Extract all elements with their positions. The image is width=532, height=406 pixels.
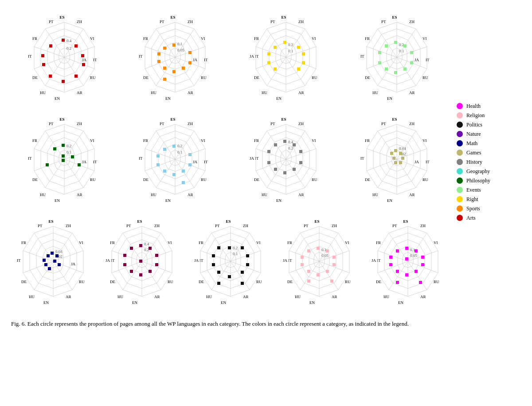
svg-rect-109	[283, 41, 286, 44]
svg-text:VI: VI	[312, 138, 316, 143]
svg-rect-110	[297, 46, 300, 49]
svg-rect-420	[246, 254, 249, 257]
svg-text:IT: IT	[204, 58, 208, 62]
chart-row-3: ES PT ZH FR VI IT JA DE RU HU AR EN 0.04…	[9, 213, 452, 311]
svg-text:VI: VI	[312, 36, 316, 41]
legend-item-math: Math	[457, 140, 523, 147]
legend-item-philosophy: Philosophy	[457, 177, 523, 184]
svg-rect-425	[228, 246, 231, 249]
svg-rect-469	[307, 280, 310, 283]
svg-line-492	[408, 261, 438, 273]
svg-rect-76	[182, 67, 185, 70]
svg-rect-385	[123, 254, 126, 257]
svg-text:ZH: ZH	[188, 20, 193, 24]
chart-arts: ES PT ZH FR VI IT JA IT DE RU HU AR EN 0…	[20, 9, 109, 106]
svg-rect-77	[188, 61, 192, 64]
svg-rect-31	[49, 44, 52, 47]
svg-text:JA: JA	[71, 262, 76, 266]
svg-line-370	[142, 261, 172, 273]
svg-text:ES: ES	[137, 219, 142, 224]
svg-rect-35	[62, 80, 65, 83]
svg-text:0.4: 0.4	[144, 242, 149, 246]
svg-rect-271	[299, 161, 302, 164]
radar-sports: ES PT ZH FR VI IT JA IT DE RU HU AR EN 0…	[135, 13, 215, 102]
svg-line-496	[378, 261, 408, 273]
svg-rect-380	[155, 263, 158, 266]
svg-text:FR: FR	[32, 138, 37, 143]
svg-rect-73	[157, 60, 160, 63]
svg-rect-30	[62, 39, 65, 42]
legend-item-nature: Nature	[457, 131, 523, 138]
svg-line-185	[34, 159, 64, 171]
svg-text:DE: DE	[143, 177, 149, 182]
svg-rect-499	[396, 249, 399, 252]
svg-rect-189	[53, 147, 56, 150]
radar-events: ES PT ZH FR VI IT JA IT DE RU HU AR EN 0…	[357, 13, 437, 102]
svg-rect-422	[246, 263, 249, 266]
svg-text:IT: IT	[17, 258, 21, 263]
svg-line-334	[53, 261, 72, 290]
svg-text:HU: HU	[40, 91, 46, 95]
svg-text:RU: RU	[90, 177, 96, 182]
legend-color-events	[457, 187, 463, 193]
legend-label-right: Right	[466, 196, 478, 203]
svg-rect-192	[71, 155, 74, 158]
svg-rect-468	[330, 280, 333, 283]
svg-rect-381	[149, 270, 152, 273]
chart-games: ES PT ZH FR VI IT JA IT DE RU HU AR EN 0…	[352, 111, 441, 209]
svg-text:JA: JA	[250, 156, 254, 161]
svg-text:ZH: ZH	[77, 20, 82, 24]
svg-rect-511	[396, 281, 399, 284]
svg-line-257	[286, 159, 316, 171]
svg-text:PT: PT	[381, 20, 386, 24]
svg-rect-510	[419, 281, 422, 284]
legend-color-religion	[457, 112, 463, 118]
svg-rect-232	[188, 163, 192, 166]
svg-rect-269	[283, 171, 286, 174]
legend-label-history: History	[466, 159, 482, 166]
svg-text:RU: RU	[434, 280, 439, 284]
legend-label-health: Health	[466, 103, 481, 110]
svg-rect-71	[163, 47, 166, 50]
svg-rect-75	[172, 70, 176, 73]
svg-rect-152	[385, 67, 388, 71]
svg-text:HU: HU	[295, 295, 301, 299]
svg-rect-306	[392, 157, 395, 160]
svg-text:IT: IT	[139, 54, 143, 59]
svg-text:FR: FR	[254, 36, 259, 41]
legend: Health Religion Politics Nature Math Gam…	[452, 9, 523, 311]
svg-text:EN: EN	[221, 300, 226, 305]
svg-text:0.4: 0.4	[66, 39, 72, 43]
svg-rect-116	[267, 52, 270, 55]
svg-rect-74	[163, 67, 166, 70]
svg-text:ES: ES	[48, 219, 53, 224]
svg-rect-156	[410, 51, 413, 54]
svg-rect-225	[172, 145, 176, 148]
svg-text:EN: EN	[55, 198, 60, 203]
radar-politics-dark: ES PT ZH FR VI JA IT DE RU HU AR EN 0.4 …	[102, 217, 182, 306]
svg-text:FR: FR	[143, 138, 148, 143]
chart-philosophy: ES PT ZH FR VI IT JA IT DE RU HU AR EN 0…	[20, 111, 109, 209]
radar-history: ES PT ZH FR VI JA IT DE RU HU AR EN 0.4 …	[246, 115, 326, 204]
svg-text:DE: DE	[287, 280, 293, 284]
svg-text:VI: VI	[201, 36, 205, 41]
svg-text:VI: VI	[90, 138, 94, 143]
svg-line-301	[367, 159, 397, 171]
svg-text:DE: DE	[21, 280, 27, 284]
svg-text:AR: AR	[409, 91, 415, 95]
svg-text:DE: DE	[143, 75, 149, 80]
svg-line-374	[112, 261, 142, 273]
svg-rect-428	[241, 282, 244, 285]
radar-games: ES PT ZH FR VI IT JA IT DE RU HU AR EN 0…	[357, 115, 437, 204]
svg-rect-38	[81, 54, 84, 57]
svg-rect-418	[241, 246, 244, 249]
svg-rect-226	[163, 148, 166, 151]
svg-text:ES: ES	[59, 15, 64, 20]
legend-label-games: Games	[466, 150, 481, 156]
svg-text:ZH: ZH	[77, 122, 82, 126]
svg-text:DE: DE	[254, 75, 259, 80]
legend-color-philosophy	[457, 177, 463, 184]
caption-text: Fig. 6. Each circle represents the propo…	[11, 320, 409, 327]
svg-text:EN: EN	[398, 300, 403, 305]
svg-line-27	[34, 57, 64, 69]
